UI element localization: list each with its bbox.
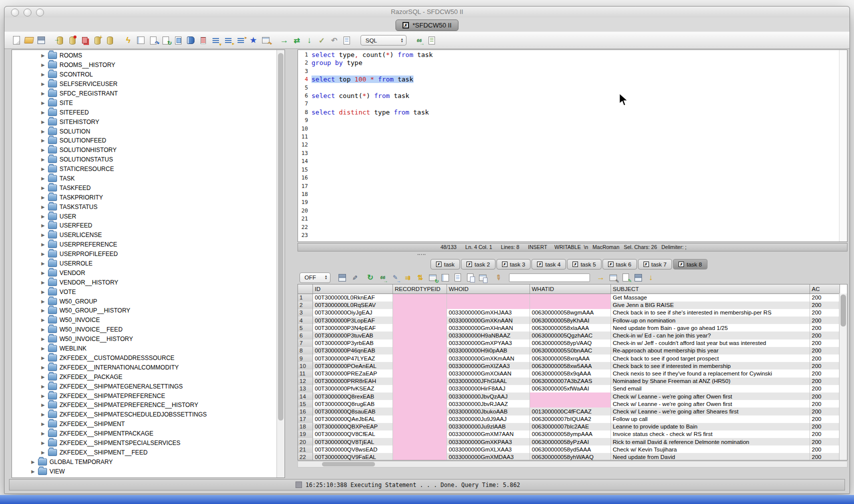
table-row[interactable]: 100T3000000L0RknEAFGet Massage200 (298, 294, 840, 302)
tree-item-staticresource[interactable]: ▶STATICRESOURCE (12, 164, 277, 174)
table-cell[interactable]: 200 (810, 446, 840, 453)
table-cell[interactable]: 00T3000000L0RknEAF (312, 294, 392, 302)
disclosure-icon[interactable]: ▶ (30, 460, 36, 464)
table-cell[interactable]: Check w/ Leanne - we're going after Owen… (610, 392, 810, 400)
table-cell[interactable]: 200 (810, 453, 840, 460)
table-cell[interactable]: 00630000007blc2AAE (530, 423, 610, 430)
table-cell[interactable]: Give Jenn a BIG RAISE (610, 302, 810, 309)
table-cell[interactable] (446, 294, 530, 302)
table-cell[interactable]: 006300000058ypVAAQ (530, 340, 610, 347)
tree-item-taskstatus[interactable]: ▶TASKSTATUS (12, 202, 277, 212)
table-cell[interactable]: 00630000005QgzhAAC (530, 332, 610, 339)
table-row[interactable]: 2100T3000000QV8wsEAD0033000000GmXLXAA300… (298, 446, 840, 453)
tab-close-icon[interactable]: ✗ (436, 262, 442, 267)
disclosure-icon[interactable]: ▶ (40, 412, 46, 417)
table-cell[interactable] (392, 362, 446, 370)
lightning-icon[interactable] (124, 36, 133, 45)
db-disconnect-icon[interactable] (68, 36, 77, 45)
table-cell[interactable] (392, 347, 446, 354)
sql-editor[interactable]: 1234567891011121314151617181920212223 se… (298, 50, 848, 242)
check-icon[interactable] (317, 36, 326, 45)
table-cell[interactable]: 200 (810, 354, 840, 362)
list-red-icon[interactable] (198, 36, 208, 45)
book-icon[interactable] (186, 36, 196, 45)
table-cell[interactable]: 00T3000000PfvKSEAZ (312, 385, 392, 392)
disclosure-icon[interactable]: ▶ (40, 374, 46, 380)
result-tab-task-3[interactable]: ✗task 3 (496, 259, 531, 270)
tree-item-solution[interactable]: ▶SOLUTION (12, 126, 277, 136)
table-cell[interactable]: 006300000058wgmAAA (530, 309, 610, 316)
row-number[interactable]: 15 (298, 400, 312, 408)
table-cell[interactable]: 200 (810, 416, 840, 423)
table-cell[interactable]: 200 (810, 378, 840, 385)
minimize-window-button[interactable] (24, 8, 32, 16)
table-cell[interactable]: 00T3000000QV9FaEAL (312, 453, 392, 460)
result-tab-task[interactable]: ✗task (430, 259, 460, 270)
table-cell[interactable]: 200 (810, 309, 840, 316)
doc-refresh-icon[interactable] (161, 36, 170, 45)
table-cell[interactable]: 00T3000000P47LYEAZ (312, 354, 392, 362)
tree-item-weblink[interactable]: ▶WEBLINK (12, 344, 277, 354)
table-cell[interactable]: 0033000000GmXOiAAN (446, 370, 530, 377)
table-cell[interactable] (392, 354, 446, 362)
table-cell[interactable]: 006300000058ympAAA (530, 430, 610, 438)
tree-item-userlicense[interactable]: ▶USERLICENSE (12, 230, 277, 240)
tree-item-site[interactable]: ▶SITE (12, 98, 277, 108)
table-cell[interactable] (392, 438, 446, 446)
table-cell[interactable] (392, 378, 446, 385)
table-cell[interactable]: Check back to see if interested in membe… (610, 362, 810, 370)
disclosure-icon[interactable]: ▶ (40, 290, 46, 294)
table-cell[interactable] (392, 302, 446, 309)
disclosure-icon[interactable]: ▶ (40, 223, 46, 228)
disclosure-icon[interactable]: ▶ (40, 91, 46, 96)
tree-item-user[interactable]: ▶USER (12, 212, 277, 221)
disclosure-icon[interactable]: ▶ (40, 176, 46, 181)
table-row[interactable]: 1900T3000000QV8CfEAL0033000000GmXM7AAN00… (298, 430, 840, 438)
table-row[interactable]: 200T3000000L0RqSEAVGive Jenn a BIG RAISE… (298, 302, 840, 309)
table-row[interactable]: 1400T3000000Q8rexEAB0033000000JbvQzAAJCh… (298, 392, 840, 400)
disclosure-icon[interactable]: ▶ (40, 280, 46, 285)
tree-item-userprofilefeed[interactable]: ▶USERPROFILEFEED (12, 250, 277, 259)
row-number[interactable]: 1 (298, 294, 312, 302)
table-hscrollbar-thumb[interactable] (322, 462, 375, 466)
table-cell[interactable] (392, 430, 446, 438)
zoom-window-button[interactable] (36, 8, 44, 16)
table-cell[interactable] (530, 400, 610, 408)
tree-item-rooms[interactable]: ▶ROOMS (12, 51, 277, 60)
disclosure-icon[interactable]: ▶ (40, 72, 46, 77)
sync-green-icon[interactable] (292, 36, 302, 45)
floppy-icon[interactable] (634, 273, 643, 282)
table-cell[interactable]: 0033000000Ju9J9AAJ (446, 416, 530, 423)
tree-item-userpreference[interactable]: ▶USERPREFERENCE (12, 240, 277, 250)
table-row[interactable]: 2000T3000000QV8TjEAL0033000000GmXKPAA300… (298, 438, 840, 446)
disclosure-icon[interactable]: ▶ (40, 157, 46, 162)
table-cell[interactable]: 00T3000000Q8rexEAB (312, 392, 392, 400)
table-cell[interactable]: 00T3000000QV8TjEAL (312, 438, 392, 446)
table-cell[interactable]: Invoice status check - check w/ RS first (610, 430, 810, 438)
tree-item-vendor[interactable]: ▶VENDOR (12, 268, 277, 278)
table-row[interactable]: 700T3000000P3yrbEAB0033000000GmXPYAA3006… (298, 340, 840, 347)
table-cell[interactable]: 0033000000GmXKmAAN (446, 354, 530, 362)
tree-item-sitehistory[interactable]: ▶SITEHISTORY (12, 117, 277, 126)
tree-item-zkfedex-package[interactable]: ▶ZKFEDEX__PACKAGE (12, 372, 277, 382)
table-cell[interactable]: 0033000000GmXHnAAN (446, 324, 530, 332)
form-view-icon[interactable] (440, 273, 450, 282)
row-number[interactable]: 6 (298, 332, 312, 339)
align-1-icon[interactable] (211, 36, 220, 45)
table-cell[interactable] (392, 340, 446, 347)
sidebar-scrollbar-thumb[interactable] (278, 53, 284, 420)
table-cell[interactable]: 00630000007bIQUAA2 (530, 416, 610, 423)
disclosure-icon[interactable]: ▶ (40, 186, 46, 190)
form-view-icon[interactable] (136, 36, 146, 45)
disclosure-icon[interactable]: ▶ (40, 62, 46, 68)
open-folder-icon[interactable] (24, 36, 34, 45)
table-cell[interactable] (392, 446, 446, 453)
disclosure-icon[interactable]: ▶ (40, 53, 46, 58)
table-cell[interactable]: 200 (810, 423, 840, 430)
arrow-down-yellow-icon[interactable] (646, 273, 656, 282)
table-cell[interactable]: 006300000058x9qAAA (530, 370, 610, 377)
tree-item-zkfedex-shipment-feed[interactable]: ▶ZKFEDEX__SHIPMENT__FEED (12, 448, 277, 457)
column-header-rownum[interactable] (298, 284, 312, 294)
row-number[interactable]: 9 (298, 354, 312, 362)
disclosure-icon[interactable]: ▶ (40, 356, 46, 360)
